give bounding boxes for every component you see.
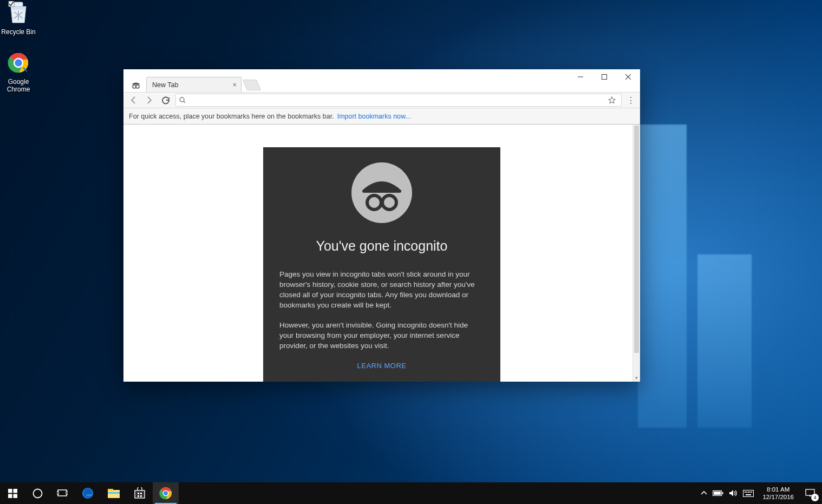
svg-rect-40 [748, 492, 749, 493]
incognito-title: You've gone incognito [279, 238, 484, 254]
window-close-button[interactable] [616, 69, 640, 84]
wallpaper-light [697, 254, 752, 428]
omnibox-input[interactable] [189, 96, 603, 104]
task-view-button[interactable] [50, 482, 75, 504]
svg-rect-17 [13, 494, 17, 498]
bookmark-star-button[interactable] [606, 94, 618, 106]
desktop-icon-label: Google Chrome [0, 78, 39, 93]
import-bookmarks-link[interactable]: Import bookmarks now... [337, 113, 411, 120]
reload-button[interactable] [159, 94, 172, 107]
svg-rect-42 [751, 492, 752, 493]
svg-point-7 [136, 85, 139, 88]
window-maximize-button[interactable] [592, 69, 616, 84]
svg-rect-21 [66, 492, 68, 494]
start-button[interactable] [0, 482, 25, 504]
scrollbar-thumb[interactable] [634, 126, 639, 353]
clock-time: 8:01 AM [762, 486, 794, 493]
battery-icon[interactable] [713, 490, 723, 496]
browser-tab[interactable]: New Tab × [146, 77, 242, 92]
taskbar-spacer [179, 482, 696, 504]
svg-point-6 [133, 85, 136, 88]
bookmarks-hint-text: For quick access, place your bookmarks h… [129, 113, 334, 120]
recycle-bin-icon [5, 0, 31, 26]
notification-badge: 4 [811, 494, 819, 501]
svg-rect-14 [8, 489, 12, 493]
tray-overflow-button[interactable] [701, 490, 707, 496]
forward-button[interactable] [143, 94, 156, 107]
window-titlebar[interactable]: New Tab × [123, 69, 640, 92]
desktop-icon-google-chrome[interactable]: Google Chrome [0, 50, 39, 93]
search-icon [179, 97, 186, 103]
svg-rect-29 [138, 495, 139, 497]
svg-rect-8 [602, 75, 607, 80]
svg-rect-20 [57, 492, 58, 494]
desktop-icon-recycle-bin[interactable]: Recycle Bin [0, 0, 39, 36]
svg-rect-28 [140, 493, 142, 494]
svg-rect-23 [108, 490, 120, 498]
svg-rect-30 [140, 495, 142, 497]
svg-rect-0 [14, 2, 23, 6]
taskbar-app-edge[interactable] [75, 482, 101, 504]
taskbar-app-chrome[interactable] [153, 482, 179, 504]
bookmarks-bar[interactable]: For quick access, place your bookmarks h… [123, 108, 640, 125]
browser-toolbar: ⋮ [123, 92, 640, 108]
svg-rect-38 [745, 492, 746, 493]
svg-rect-25 [108, 492, 120, 494]
incognito-paragraph-1: Pages you view in incognito tabs won't s… [279, 269, 484, 310]
incognito-indicator-icon [129, 78, 143, 92]
svg-rect-43 [746, 494, 751, 495]
clock-date: 12/17/2016 [762, 493, 794, 501]
svg-rect-15 [13, 489, 17, 493]
tab-close-button[interactable]: × [232, 81, 237, 89]
keyboard-icon[interactable] [743, 490, 754, 497]
taskbar-app-file-explorer[interactable] [101, 482, 127, 504]
svg-rect-19 [58, 490, 67, 496]
windows-taskbar: 8:01 AM 12/17/2016 4 [0, 482, 822, 504]
tab-title: New Tab [152, 81, 178, 89]
taskbar-clock[interactable]: 8:01 AM 12/17/2016 [759, 486, 797, 501]
vertical-scrollbar[interactable]: ▾ [632, 125, 640, 382]
incognito-info-card: You've gone incognito Pages you view in … [263, 147, 500, 382]
svg-rect-16 [8, 494, 12, 498]
address-bar[interactable] [175, 94, 622, 107]
incognito-icon [351, 162, 412, 223]
svg-rect-26 [135, 490, 145, 498]
new-tab-button[interactable] [243, 80, 261, 90]
taskbar-app-store[interactable] [127, 482, 153, 504]
svg-rect-27 [138, 493, 139, 494]
system-tray: 8:01 AM 12/17/2016 4 [696, 482, 822, 504]
svg-rect-24 [108, 489, 113, 491]
back-button[interactable] [127, 94, 140, 107]
chrome-window: New Tab × [123, 69, 640, 382]
action-center-button[interactable]: 4 [803, 486, 818, 501]
wallpaper-light [638, 125, 687, 428]
svg-rect-11 [362, 189, 401, 193]
incognito-paragraph-2: However, you aren't invisible. Going inc… [279, 320, 484, 351]
window-minimize-button[interactable] [569, 69, 592, 84]
volume-icon[interactable] [729, 489, 738, 497]
scrollbar-down-arrow[interactable]: ▾ [633, 374, 640, 382]
cortana-button[interactable] [25, 482, 50, 504]
svg-rect-41 [749, 492, 751, 493]
chrome-icon [5, 50, 31, 76]
svg-rect-35 [722, 492, 723, 494]
svg-point-9 [180, 97, 184, 102]
browser-viewport[interactable]: You've gone incognito Pages you view in … [123, 125, 640, 382]
svg-rect-36 [714, 492, 721, 495]
svg-rect-39 [746, 492, 747, 493]
desktop-icon-label: Recycle Bin [0, 28, 39, 36]
learn-more-link[interactable]: LEARN MORE [279, 362, 484, 370]
chrome-menu-button[interactable]: ⋮ [625, 94, 637, 106]
svg-point-18 [33, 489, 42, 498]
svg-rect-37 [743, 490, 754, 496]
